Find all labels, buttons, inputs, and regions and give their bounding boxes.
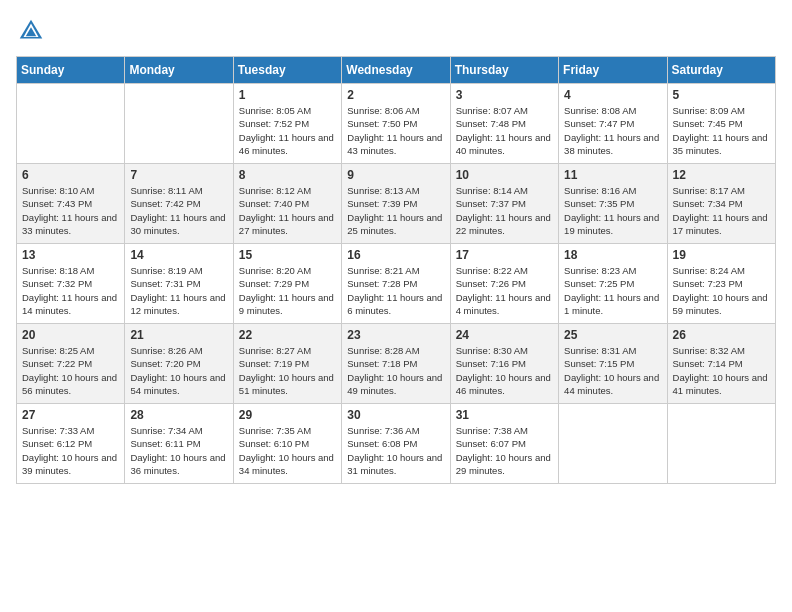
calendar-cell: 12Sunrise: 8:17 AM Sunset: 7:34 PM Dayli… [667,164,775,244]
day-info: Sunrise: 7:38 AM Sunset: 6:07 PM Dayligh… [456,424,553,477]
day-number: 31 [456,408,553,422]
day-info: Sunrise: 8:09 AM Sunset: 7:45 PM Dayligh… [673,104,770,157]
day-info: Sunrise: 8:20 AM Sunset: 7:29 PM Dayligh… [239,264,336,317]
header-row: SundayMondayTuesdayWednesdayThursdayFrid… [17,57,776,84]
calendar-cell [125,84,233,164]
day-header: Sunday [17,57,125,84]
day-number: 26 [673,328,770,342]
day-number: 22 [239,328,336,342]
day-number: 21 [130,328,227,342]
day-info: Sunrise: 8:28 AM Sunset: 7:18 PM Dayligh… [347,344,444,397]
calendar-cell: 29Sunrise: 7:35 AM Sunset: 6:10 PM Dayli… [233,404,341,484]
day-number: 18 [564,248,661,262]
calendar-cell [559,404,667,484]
day-info: Sunrise: 8:07 AM Sunset: 7:48 PM Dayligh… [456,104,553,157]
day-info: Sunrise: 8:22 AM Sunset: 7:26 PM Dayligh… [456,264,553,317]
day-number: 9 [347,168,444,182]
day-info: Sunrise: 8:27 AM Sunset: 7:19 PM Dayligh… [239,344,336,397]
calendar-cell: 11Sunrise: 8:16 AM Sunset: 7:35 PM Dayli… [559,164,667,244]
day-number: 12 [673,168,770,182]
day-number: 29 [239,408,336,422]
calendar-cell: 10Sunrise: 8:14 AM Sunset: 7:37 PM Dayli… [450,164,558,244]
day-header: Wednesday [342,57,450,84]
day-number: 25 [564,328,661,342]
day-info: Sunrise: 8:30 AM Sunset: 7:16 PM Dayligh… [456,344,553,397]
calendar-week-row: 27Sunrise: 7:33 AM Sunset: 6:12 PM Dayli… [17,404,776,484]
day-number: 4 [564,88,661,102]
day-header: Monday [125,57,233,84]
day-info: Sunrise: 8:24 AM Sunset: 7:23 PM Dayligh… [673,264,770,317]
calendar-cell: 18Sunrise: 8:23 AM Sunset: 7:25 PM Dayli… [559,244,667,324]
day-number: 7 [130,168,227,182]
day-info: Sunrise: 7:33 AM Sunset: 6:12 PM Dayligh… [22,424,119,477]
calendar-cell [667,404,775,484]
day-number: 1 [239,88,336,102]
day-info: Sunrise: 8:17 AM Sunset: 7:34 PM Dayligh… [673,184,770,237]
calendar-cell: 7Sunrise: 8:11 AM Sunset: 7:42 PM Daylig… [125,164,233,244]
calendar-cell: 19Sunrise: 8:24 AM Sunset: 7:23 PM Dayli… [667,244,775,324]
day-info: Sunrise: 8:32 AM Sunset: 7:14 PM Dayligh… [673,344,770,397]
calendar-cell: 15Sunrise: 8:20 AM Sunset: 7:29 PM Dayli… [233,244,341,324]
day-info: Sunrise: 7:35 AM Sunset: 6:10 PM Dayligh… [239,424,336,477]
day-info: Sunrise: 8:08 AM Sunset: 7:47 PM Dayligh… [564,104,661,157]
day-header: Saturday [667,57,775,84]
day-info: Sunrise: 8:25 AM Sunset: 7:22 PM Dayligh… [22,344,119,397]
day-number: 6 [22,168,119,182]
calendar-cell: 24Sunrise: 8:30 AM Sunset: 7:16 PM Dayli… [450,324,558,404]
calendar-cell [17,84,125,164]
day-info: Sunrise: 8:12 AM Sunset: 7:40 PM Dayligh… [239,184,336,237]
calendar-cell: 26Sunrise: 8:32 AM Sunset: 7:14 PM Dayli… [667,324,775,404]
day-number: 16 [347,248,444,262]
day-info: Sunrise: 8:06 AM Sunset: 7:50 PM Dayligh… [347,104,444,157]
day-info: Sunrise: 8:26 AM Sunset: 7:20 PM Dayligh… [130,344,227,397]
calendar-cell: 8Sunrise: 8:12 AM Sunset: 7:40 PM Daylig… [233,164,341,244]
day-number: 15 [239,248,336,262]
day-header: Tuesday [233,57,341,84]
calendar-cell: 2Sunrise: 8:06 AM Sunset: 7:50 PM Daylig… [342,84,450,164]
calendar-week-row: 13Sunrise: 8:18 AM Sunset: 7:32 PM Dayli… [17,244,776,324]
day-number: 30 [347,408,444,422]
day-number: 5 [673,88,770,102]
calendar-cell: 20Sunrise: 8:25 AM Sunset: 7:22 PM Dayli… [17,324,125,404]
day-number: 10 [456,168,553,182]
calendar-week-row: 1Sunrise: 8:05 AM Sunset: 7:52 PM Daylig… [17,84,776,164]
day-number: 14 [130,248,227,262]
calendar-cell: 31Sunrise: 7:38 AM Sunset: 6:07 PM Dayli… [450,404,558,484]
calendar-cell: 25Sunrise: 8:31 AM Sunset: 7:15 PM Dayli… [559,324,667,404]
calendar-cell: 28Sunrise: 7:34 AM Sunset: 6:11 PM Dayli… [125,404,233,484]
calendar-cell: 6Sunrise: 8:10 AM Sunset: 7:43 PM Daylig… [17,164,125,244]
calendar-cell: 1Sunrise: 8:05 AM Sunset: 7:52 PM Daylig… [233,84,341,164]
day-number: 13 [22,248,119,262]
day-info: Sunrise: 8:10 AM Sunset: 7:43 PM Dayligh… [22,184,119,237]
day-number: 3 [456,88,553,102]
day-info: Sunrise: 8:23 AM Sunset: 7:25 PM Dayligh… [564,264,661,317]
logo-icon [16,16,46,46]
calendar-cell: 17Sunrise: 8:22 AM Sunset: 7:26 PM Dayli… [450,244,558,324]
day-info: Sunrise: 8:21 AM Sunset: 7:28 PM Dayligh… [347,264,444,317]
day-number: 24 [456,328,553,342]
calendar-week-row: 6Sunrise: 8:10 AM Sunset: 7:43 PM Daylig… [17,164,776,244]
logo [16,16,50,46]
day-info: Sunrise: 8:19 AM Sunset: 7:31 PM Dayligh… [130,264,227,317]
day-info: Sunrise: 8:11 AM Sunset: 7:42 PM Dayligh… [130,184,227,237]
calendar-cell: 5Sunrise: 8:09 AM Sunset: 7:45 PM Daylig… [667,84,775,164]
day-number: 8 [239,168,336,182]
day-number: 19 [673,248,770,262]
day-number: 27 [22,408,119,422]
calendar-cell: 13Sunrise: 8:18 AM Sunset: 7:32 PM Dayli… [17,244,125,324]
day-info: Sunrise: 8:13 AM Sunset: 7:39 PM Dayligh… [347,184,444,237]
calendar-cell: 23Sunrise: 8:28 AM Sunset: 7:18 PM Dayli… [342,324,450,404]
day-info: Sunrise: 8:31 AM Sunset: 7:15 PM Dayligh… [564,344,661,397]
day-info: Sunrise: 7:34 AM Sunset: 6:11 PM Dayligh… [130,424,227,477]
day-number: 23 [347,328,444,342]
calendar-week-row: 20Sunrise: 8:25 AM Sunset: 7:22 PM Dayli… [17,324,776,404]
day-info: Sunrise: 8:14 AM Sunset: 7:37 PM Dayligh… [456,184,553,237]
day-number: 17 [456,248,553,262]
calendar-cell: 14Sunrise: 8:19 AM Sunset: 7:31 PM Dayli… [125,244,233,324]
calendar-cell: 16Sunrise: 8:21 AM Sunset: 7:28 PM Dayli… [342,244,450,324]
page-header [16,16,776,46]
calendar-cell: 27Sunrise: 7:33 AM Sunset: 6:12 PM Dayli… [17,404,125,484]
calendar-cell: 3Sunrise: 8:07 AM Sunset: 7:48 PM Daylig… [450,84,558,164]
day-number: 20 [22,328,119,342]
day-info: Sunrise: 8:18 AM Sunset: 7:32 PM Dayligh… [22,264,119,317]
